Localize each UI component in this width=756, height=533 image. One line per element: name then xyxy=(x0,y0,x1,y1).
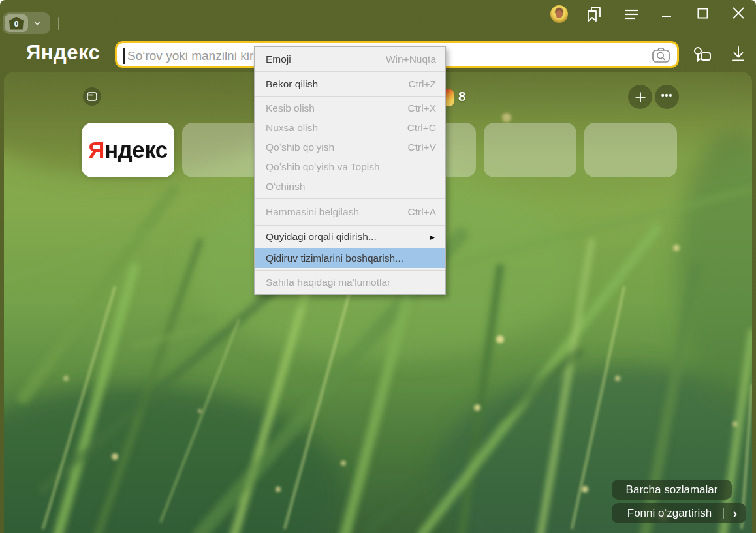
plus-icon xyxy=(635,91,646,103)
tabs-icon: 0 xyxy=(9,17,24,30)
tile-empty-4[interactable] xyxy=(484,123,576,177)
menu-item-paste-and-search: Qoʻshib qoʻyish va Topish xyxy=(255,157,445,177)
minimize-button[interactable] xyxy=(661,7,672,18)
image-search-icon[interactable] xyxy=(652,46,670,63)
add-tile-button[interactable] xyxy=(628,85,652,109)
change-background-label: Fonni oʻzgartirish xyxy=(612,507,723,520)
tile-yandex[interactable]: Яндекс xyxy=(82,123,174,177)
menu-item-paste: Qoʻshib qoʻyish Ctrl+V xyxy=(255,138,445,157)
ellipsis-icon: ••• xyxy=(661,90,673,100)
all-settings-label: Barcha sozlamalar xyxy=(626,483,718,496)
context-menu: Emoji Win+Nuqta Bekor qilish Ctrl+Z Kesi… xyxy=(254,46,446,295)
menu-item-cut: Kesib olish Ctrl+X xyxy=(255,99,445,118)
menu-item-search-with[interactable]: Quyidagi orqali qidirish... ▶ xyxy=(255,226,445,248)
chevron-right-icon[interactable]: › xyxy=(724,507,746,519)
tab-count: 0 xyxy=(14,20,19,29)
browser-window: 8 ••• Яндекс Barcha sozlamalar Fonni oʻz… xyxy=(0,0,756,533)
menu-item-page-info: Sahifa haqidagi maʼlumotlar xyxy=(255,271,445,294)
text-caret xyxy=(123,48,125,64)
tablo-more-button[interactable]: ••• xyxy=(655,85,679,109)
bookmarks-icon[interactable] xyxy=(586,6,604,23)
hamburger-menu-icon[interactable] xyxy=(624,9,638,20)
menu-item-emoji[interactable]: Emoji Win+Nuqta xyxy=(255,47,445,71)
user-avatar[interactable] xyxy=(550,5,568,23)
chevron-down-icon[interactable] xyxy=(34,20,40,27)
password-manager-icon[interactable] xyxy=(691,45,714,66)
menu-item-select-all: Hammasini belgilash Ctrl+A xyxy=(255,199,445,225)
notification-count: 8 xyxy=(458,89,466,104)
all-settings-button[interactable]: Barcha sozlamalar xyxy=(612,480,732,500)
tab-badge: 0 xyxy=(5,14,28,32)
yandex-tile-label: Яндекс xyxy=(88,137,168,163)
tab-counter[interactable]: 0 xyxy=(3,12,50,34)
toolbar-divider xyxy=(58,17,59,30)
menu-item-copy: Nuxsa olish Ctrl+C xyxy=(255,118,445,138)
menu-item-delete: Oʻchirish xyxy=(255,177,445,196)
menu-separator xyxy=(255,96,445,97)
yandex-logo: Яндекс xyxy=(26,41,100,65)
submenu-arrow-icon: ▶ xyxy=(430,234,435,241)
tile-empty-5[interactable] xyxy=(584,123,677,177)
menu-item-manage-search-engines[interactable]: Qidiruv tizimlarini boshqarish... xyxy=(255,248,445,268)
close-button[interactable] xyxy=(732,7,745,20)
tablo-board-button[interactable] xyxy=(83,87,101,106)
change-background-button[interactable]: Fonni oʻzgartirish › xyxy=(612,503,746,523)
tablo-board-icon xyxy=(87,92,97,101)
avatar-face xyxy=(556,10,563,18)
maximize-button[interactable] xyxy=(697,8,708,19)
download-icon[interactable] xyxy=(729,46,748,64)
menu-item-undo[interactable]: Bekor qilish Ctrl+Z xyxy=(255,72,445,96)
